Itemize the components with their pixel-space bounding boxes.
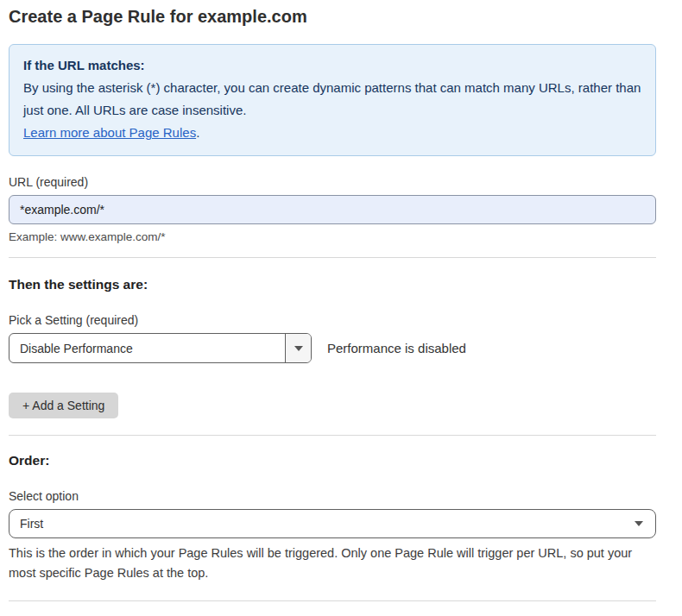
info-box-heading: If the URL matches: xyxy=(23,54,641,77)
url-input[interactable] xyxy=(9,195,656,224)
info-box-body: By using the asterisk (*) character, you… xyxy=(23,77,641,122)
order-select[interactable]: First xyxy=(9,509,656,538)
link-suffix: . xyxy=(196,125,199,140)
settings-section-heading: Then the settings are: xyxy=(9,277,656,292)
pick-setting-label: Pick a Setting (required) xyxy=(9,313,656,327)
setting-dropdown-value: Disable Performance xyxy=(9,334,285,362)
url-example-text: Example: www.example.com/* xyxy=(9,230,656,243)
order-help-text: This is the order in which your Page Rul… xyxy=(9,544,656,583)
setting-dropdown[interactable]: Disable Performance xyxy=(9,333,312,363)
url-matches-info-box: If the URL matches: By using the asteris… xyxy=(9,44,656,156)
order-select-value: First xyxy=(20,517,43,531)
add-setting-button[interactable]: + Add a Setting xyxy=(9,393,118,418)
select-option-label: Select option xyxy=(9,489,656,503)
learn-more-link[interactable]: Learn more about Page Rules xyxy=(23,125,196,140)
setting-picker-row: Disable Performance Performance is disab… xyxy=(9,333,656,363)
info-box-link-line: Learn more about Page Rules. xyxy=(23,122,641,144)
divider xyxy=(9,435,656,436)
page-rule-form: Create a Page Rule for example.com If th… xyxy=(0,0,682,616)
divider xyxy=(9,600,656,601)
chevron-down-icon xyxy=(294,346,303,351)
divider xyxy=(9,257,656,258)
order-section-heading: Order: xyxy=(9,453,656,468)
chevron-down-icon xyxy=(635,521,643,526)
page-title: Create a Page Rule for example.com xyxy=(9,7,656,27)
setting-status-text: Performance is disabled xyxy=(327,341,466,355)
url-field-label: URL (required) xyxy=(9,175,656,189)
setting-dropdown-arrow-button[interactable] xyxy=(285,334,311,362)
